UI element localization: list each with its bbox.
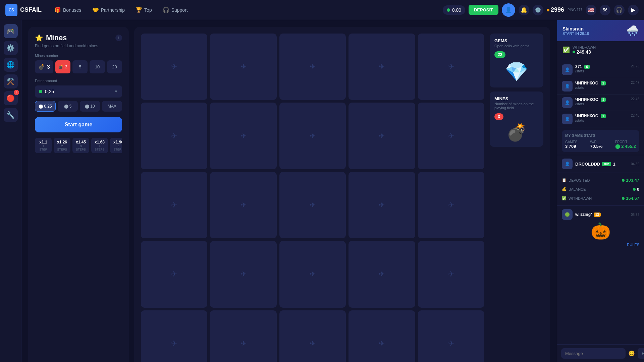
chat-subtext-chip3: /stats — [575, 118, 628, 122]
gems-badge: 22 — [494, 51, 505, 58]
sidebar-extra-icon[interactable]: 🔧 — [4, 108, 18, 122]
deposit-button[interactable]: DEPOSIT — [469, 5, 498, 15]
grid-cell-11[interactable]: ✈ — [141, 172, 207, 238]
mines-badge: 3 — [494, 113, 503, 120]
chat-time-371: 21:23 — [631, 64, 639, 68]
expand-icon[interactable]: ▶ — [628, 5, 639, 15]
mines-subtitle: Find gems on field and avoid mines — [35, 44, 122, 48]
withdrawn-dep-value: 164.67 — [622, 196, 639, 201]
grid-cell-16[interactable]: ✈ — [141, 241, 207, 307]
grid-cell-20[interactable]: ✈ — [418, 241, 484, 307]
sidebar-alert-icon[interactable]: 🔴 ! — [4, 91, 18, 105]
quick-10-btn[interactable]: ⬤ 10 — [80, 101, 100, 112]
sidebar-globe-icon[interactable]: 🌐 — [4, 58, 18, 72]
grid-cell-22[interactable]: ✈ — [210, 310, 276, 362]
grid-cell-14[interactable]: ✈ — [348, 172, 415, 238]
chat-item-chip1: 👤 ЧИПИНКОС 1 /stats 22:47 — [557, 78, 644, 95]
chat-content-chip1: ЧИПИНКОС 1 /stats — [575, 81, 628, 89]
grid-cell-18[interactable]: ✈ — [279, 241, 346, 307]
grid-cell-21[interactable]: ✈ — [141, 310, 207, 362]
grid-cell-2[interactable]: ✈ — [210, 34, 276, 100]
ping-display: 2996 — [547, 6, 564, 13]
grid-cell-5[interactable]: ✈ — [418, 34, 484, 100]
ping-label: PING 177 — [568, 8, 582, 12]
nav-items: 🎁 Bonuses 🤝 Partnership 🏆 Top 🎧 Support — [50, 5, 443, 15]
mines-10-btn[interactable]: 10 — [90, 60, 105, 73]
quick-025-btn[interactable]: ⬤ 0.25 — [35, 101, 56, 112]
start-game-button[interactable]: Start game — [35, 117, 122, 132]
game-grid-container: ✈ ✈ ✈ ✈ ✈ ✈ ✈ ✈ ✈ ✈ ✈ ✈ ✈ ✈ ✈ ✈ ✈ — [134, 27, 550, 362]
nav-bonuses[interactable]: 🎁 Bonuses — [50, 5, 86, 15]
mines-5-btn[interactable]: 5 — [72, 60, 88, 73]
nav-top[interactable]: 🏆 Top — [131, 5, 157, 15]
ping-dot — [547, 9, 549, 11]
mines-20-btn[interactable]: 20 — [107, 60, 122, 73]
sidebar-settings-icon[interactable]: ⚙️ — [4, 41, 18, 55]
grid-cell-17[interactable]: ✈ — [210, 241, 276, 307]
grid-cell-25[interactable]: ✈ — [418, 310, 484, 362]
profit-label: PROFIT — [615, 140, 636, 144]
deposited-row: 📋 DEPOSITED 103.47 — [562, 176, 639, 185]
chat-name-371: 371 6 — [575, 64, 628, 69]
game-section: ⭐ Mines i Find gems on field and avoid m… — [28, 27, 550, 362]
grid-cell-23[interactable]: ✈ — [279, 310, 346, 362]
withdrawn-label: WITHDRAWN — [573, 45, 596, 49]
settings-button[interactable]: ⚙️ — [533, 5, 543, 15]
mines-star-icon: ⭐ — [35, 34, 43, 42]
nav-top-label: Top — [144, 7, 152, 13]
nav-partnership-label: Partnership — [101, 7, 125, 13]
drcolddd-user-block: 👤 DRCOLDDD run 1 04:39 — [557, 155, 644, 173]
wr-label: W/R — [590, 140, 611, 144]
games-value: 3 709 — [565, 144, 586, 149]
mines-info-button[interactable]: i — [115, 35, 122, 41]
chat-badge-chip3: 1 — [601, 114, 606, 118]
chat-time-chip3: 22:48 — [631, 114, 639, 117]
message-input[interactable] — [561, 348, 626, 359]
deposited-label: 📋 DEPOSITED — [562, 178, 590, 182]
grid-cell-10[interactable]: ✈ — [418, 103, 484, 169]
support-icon: 🎧 — [163, 7, 169, 13]
sidebar-tools-icon[interactable]: ⚒️ — [4, 74, 18, 88]
drcolddd-time: 04:39 — [631, 162, 639, 166]
chat-subtext-371: /stats — [575, 69, 628, 73]
quick-max-btn[interactable]: MAX — [102, 101, 122, 112]
withdrawn-value: 249.43 — [573, 49, 596, 55]
mines-header: ⭐ Mines i — [35, 34, 122, 42]
grid-cell-13[interactable]: ✈ — [279, 172, 346, 238]
mines-number-input[interactable]: 💣 3 — [35, 60, 53, 73]
nav-partnership[interactable]: 🤝 Partnership — [88, 5, 130, 15]
grid-cell-6[interactable]: ✈ — [141, 103, 207, 169]
chat-name-chip2: ЧИПИНКОС 1 — [575, 97, 628, 102]
rules-link[interactable]: RULES — [562, 243, 639, 247]
balance-value-display: 0 — [633, 187, 639, 192]
emoji-button[interactable]: 😊 — [628, 350, 635, 357]
grid-cell-19[interactable]: ✈ — [348, 241, 415, 307]
sidebar-game-icon[interactable]: 🎮 — [4, 24, 18, 38]
content-area: ⭐ Mines i Find gems on field and avoid m… — [21, 20, 557, 362]
grid-cell-24[interactable]: ✈ — [348, 310, 415, 362]
chat-name-chip1: ЧИПИНКОС 1 — [575, 81, 628, 85]
wiizzing-avatar: 🟢 — [562, 209, 573, 220]
grid-cell-12[interactable]: ✈ — [210, 172, 276, 238]
chat-list: 👤 371 6 /stats 21:23 👤 ЧИПИНКОС 1 /stats — [557, 59, 644, 344]
quick-5-btn[interactable]: ⬤ 5 — [58, 101, 78, 112]
enter-amount-label: Enter amount — [35, 79, 122, 83]
grid-cell-7[interactable]: ✈ — [210, 103, 276, 169]
nav-support[interactable]: 🎧 Support — [158, 5, 193, 15]
amount-input-row[interactable]: 0,25 ▼ — [35, 85, 122, 98]
grid-cell-1[interactable]: ✈ — [141, 34, 207, 100]
sidebar-badge: ! — [14, 90, 19, 95]
logo[interactable]: CS CSFAIL — [5, 4, 42, 16]
wiizzing-name: wiizzing* 13 — [575, 212, 601, 217]
grid-cell-8[interactable]: ✈ — [279, 103, 346, 169]
notifications-button[interactable]: 🔔 — [519, 5, 529, 15]
mines-title: Mines — [46, 34, 67, 42]
grid-cell-9[interactable]: ✈ — [348, 103, 415, 169]
mines-3-btn[interactable]: 💣 3 — [55, 60, 70, 73]
send-button[interactable]: ➤ — [638, 348, 644, 359]
balance-label: 💰 BALANCE — [562, 187, 586, 191]
grid-cell-3[interactable]: ✈ — [279, 34, 346, 100]
grid-cell-4[interactable]: ✈ — [348, 34, 415, 100]
grid-cell-15[interactable]: ✈ — [418, 172, 484, 238]
user-avatar[interactable]: 👤 — [502, 3, 515, 17]
